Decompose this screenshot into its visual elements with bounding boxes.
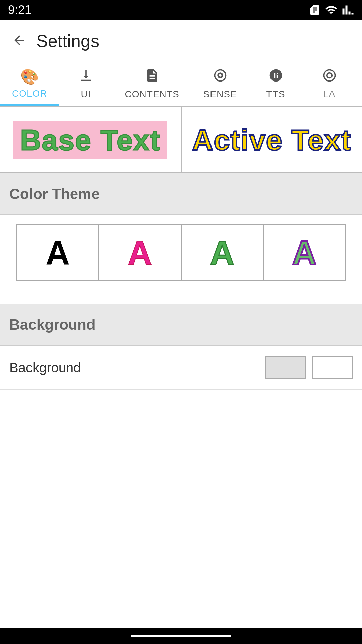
theme-letter-pink: A [128, 236, 152, 270]
status-bar: 9:21 [0, 0, 362, 20]
tab-la[interactable]: LA [303, 61, 356, 105]
theme-option-pink[interactable]: A [99, 224, 181, 281]
active-text-preview[interactable]: Active Text [182, 107, 362, 172]
active-text-container: Active Text [186, 121, 358, 159]
theme-options: A A A A [0, 215, 362, 291]
sim-icon [308, 4, 320, 16]
back-button[interactable] [9, 30, 29, 51]
tab-contents-label: CONTENTS [125, 89, 179, 100]
tab-sense-label: SENSE [203, 89, 237, 100]
svg-point-0 [218, 74, 222, 77]
page-title: Settings [36, 31, 99, 51]
background-controls [265, 356, 353, 379]
background-row: Background [0, 346, 362, 390]
base-text-display: Base Text [20, 123, 160, 157]
tab-tts[interactable]: TTS [249, 61, 303, 105]
background-section-header: Background [0, 304, 362, 345]
theme-option-black[interactable]: A [16, 224, 99, 281]
active-text-display: Active Text [192, 123, 351, 157]
theme-letter-black: A [46, 236, 70, 270]
tab-ui-label: UI [81, 89, 91, 100]
tab-color[interactable]: 🎨 COLOR [0, 61, 59, 106]
color-theme-title: Color Theme [9, 185, 100, 202]
sense-tab-icon [213, 68, 228, 86]
background-section-title: Background [9, 316, 96, 333]
background-swatch-white[interactable] [312, 356, 353, 379]
background-label: Background [9, 360, 81, 375]
background-swatch-gray[interactable] [265, 356, 306, 379]
svg-point-2 [324, 70, 335, 81]
tab-color-label: COLOR [12, 88, 47, 99]
back-arrow-icon [12, 33, 27, 48]
tts-tab-icon [268, 68, 283, 86]
tab-la-label: LA [323, 89, 335, 100]
tab-sense[interactable]: SENSE [191, 61, 249, 105]
base-text-preview[interactable]: Base Text [0, 107, 182, 172]
preview-section: Base Text Active Text [0, 106, 362, 173]
svg-point-3 [327, 73, 332, 78]
base-text-container: Base Text [13, 121, 167, 159]
contents-tab-icon [145, 68, 160, 86]
header: Settings [0, 20, 362, 61]
tab-contents[interactable]: CONTENTS [113, 61, 191, 105]
wifi-icon [324, 4, 338, 16]
theme-letter-green: A [210, 236, 234, 270]
tab-bar: 🎨 COLOR UI CONTENTS SENSE TTS LA [0, 61, 362, 106]
ui-tab-icon [79, 68, 94, 86]
la-tab-icon [322, 68, 337, 86]
theme-option-green[interactable]: A [182, 224, 264, 281]
signal-icon [342, 4, 354, 16]
color-theme-section-header: Color Theme [0, 173, 362, 214]
color-tab-icon: 🎨 [20, 68, 39, 86]
tab-ui[interactable]: UI [59, 61, 113, 105]
status-icons [308, 4, 354, 16]
theme-letter-purple: A [292, 236, 316, 270]
bottom-indicator [131, 635, 231, 637]
theme-option-purple[interactable]: A [264, 224, 346, 281]
tab-tts-label: TTS [266, 89, 285, 100]
status-time: 9:21 [8, 3, 32, 17]
bottom-bar [0, 628, 362, 644]
